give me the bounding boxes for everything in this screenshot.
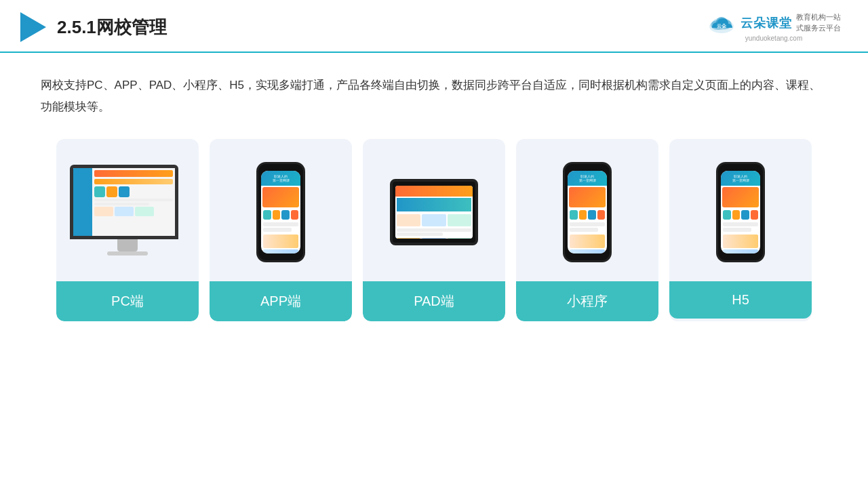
mini-icons	[568, 209, 607, 221]
description-text: 网校支持PC、APP、PAD、小程序、H5，实现多端打通，产品各终端自由切换，数…	[0, 53, 868, 132]
bc2	[115, 207, 134, 216]
logo-brand-text: 云朵课堂	[741, 15, 792, 31]
phone-card2	[263, 249, 298, 253]
phone-app: 职途人的第一堂网课	[256, 162, 305, 262]
logo-tagline-area: 教育机构一站式服务云平台	[796, 12, 841, 33]
phone-header-text: 职途人的第一堂网课	[273, 174, 290, 182]
bc3	[135, 207, 154, 216]
card-h5: 职途人的第一堂网课	[669, 139, 812, 321]
h5-screen: 职途人的第一堂网课	[721, 171, 760, 253]
tc6	[448, 238, 471, 239]
icon3	[119, 186, 130, 197]
pc-monitor	[70, 165, 185, 260]
title-text: 网校管理	[96, 17, 167, 37]
tablet-nav	[397, 198, 471, 211]
mini-banner	[569, 187, 606, 207]
phone-banner	[262, 187, 299, 207]
mini-content	[568, 221, 607, 253]
card-h5-label: H5	[669, 281, 812, 319]
h5-content	[721, 221, 760, 253]
logo-cloud: 云朵 云朵课堂 教育机构一站式服务云平台	[707, 12, 841, 33]
hi4	[751, 210, 759, 220]
mini-card2	[570, 249, 605, 253]
icon1	[94, 186, 105, 197]
card-app-image: 职途人的第一堂网课	[210, 139, 352, 281]
mini-notch	[578, 164, 597, 169]
icon2	[106, 186, 117, 197]
card-pad: PAD端	[363, 139, 505, 321]
screen-icons	[94, 186, 173, 197]
logo-tagline: 教育机构一站式服务云平台	[796, 12, 841, 33]
svg-text:云朵: 云朵	[717, 24, 727, 28]
tr1	[397, 228, 471, 232]
mini-card1	[570, 235, 605, 248]
line2	[94, 203, 149, 205]
section-number: 2.5.1	[57, 17, 96, 37]
hi2	[732, 210, 741, 220]
screen-banner	[94, 179, 173, 184]
header-left: 2.5.1网校管理	[20, 12, 167, 42]
phone-h5: 职途人的第一堂网课	[716, 162, 765, 262]
tr2	[397, 232, 443, 236]
bottom-cards	[94, 207, 173, 216]
pi2	[273, 210, 281, 220]
tablet-content2	[395, 237, 473, 239]
h5-card1	[723, 235, 758, 248]
card-mini: 职途人的第一堂网课	[516, 139, 658, 321]
tablet-header	[395, 186, 473, 197]
logo-brand: 云朵课堂	[741, 15, 792, 31]
mi1	[570, 210, 578, 220]
tablet	[390, 179, 478, 245]
card-pc: PC端	[56, 139, 199, 321]
hi1	[723, 210, 731, 220]
mini-screen: 职途人的第一堂网课	[568, 171, 607, 253]
tc3	[448, 214, 471, 226]
mi4	[597, 210, 606, 220]
logo-area: 云朵 云朵课堂 教育机构一站式服务云平台 yunduoketang.com	[707, 12, 841, 42]
card-h5-image: 职途人的第一堂网课	[669, 139, 812, 281]
mini-header: 职途人的第一堂网课	[568, 171, 607, 186]
tc1	[397, 214, 420, 226]
logo-url: yunduoketang.com	[745, 35, 803, 42]
pi1	[263, 210, 271, 220]
monitor-screen	[70, 165, 178, 239]
card-pc-label: PC端	[56, 281, 199, 321]
pi4	[291, 210, 299, 220]
play-icon	[20, 12, 46, 42]
mi2	[579, 210, 587, 220]
hr1	[723, 222, 758, 226]
tc2	[422, 214, 446, 226]
card-pad-label: PAD端	[363, 281, 505, 321]
mi3	[588, 210, 596, 220]
h5-icons	[721, 209, 760, 221]
hi3	[741, 210, 749, 220]
h5-header-text: 职途人的第一堂网课	[732, 174, 749, 182]
h5-banner	[722, 187, 759, 207]
tablet-screen	[395, 186, 473, 239]
screen-sidebar	[73, 168, 92, 236]
phone-header: 职途人的第一堂网课	[261, 171, 300, 186]
phone-notch	[271, 164, 290, 169]
card-app: 职途人的第一堂网课	[210, 139, 352, 321]
pi3	[281, 210, 290, 220]
header: 2.5.1网校管理 云朵 云朵课堂	[0, 0, 868, 53]
line1	[94, 199, 173, 201]
card-app-label: APP端	[210, 281, 352, 321]
phone-icons	[261, 209, 300, 221]
phone-card1	[263, 235, 298, 248]
hr2	[723, 228, 751, 232]
card-mini-image: 职途人的第一堂网课	[516, 139, 658, 281]
cloud-icon: 云朵	[707, 13, 736, 33]
card-mini-label: 小程序	[516, 281, 658, 321]
monitor-stand	[117, 239, 138, 251]
h5-notch	[731, 164, 750, 169]
monitor-base	[107, 251, 148, 256]
tc4	[397, 238, 420, 239]
tablet-content	[395, 213, 473, 228]
pr2	[263, 228, 292, 232]
bc1	[94, 207, 113, 216]
h5-header: 职途人的第一堂网课	[721, 171, 760, 186]
page: 2.5.1网校管理 云朵 云朵课堂	[0, 0, 868, 488]
card-pad-image	[363, 139, 505, 281]
card-pc-image	[56, 139, 199, 281]
